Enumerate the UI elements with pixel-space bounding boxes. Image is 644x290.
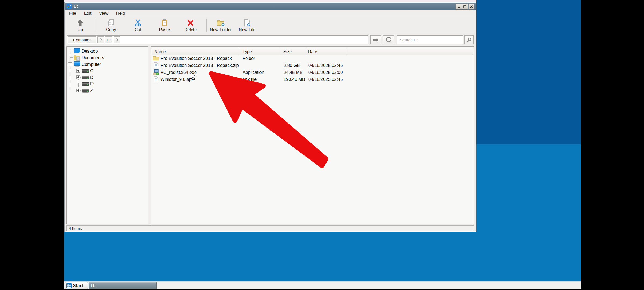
file-size: 2.80 GB xyxy=(281,63,306,68)
file-row[interactable]: VC_redist.x64.exe Application 24.45 MB 0… xyxy=(152,69,473,76)
breadcrumb-chevron[interactable] xyxy=(97,36,104,43)
breadcrumb: Computer D: xyxy=(67,35,368,44)
item-count: 4 Items xyxy=(69,226,82,231)
chevron-right-icon xyxy=(115,38,118,42)
start-label: Start xyxy=(73,283,83,288)
list-rows: Pro Evolution Soccer 2013 - Repack Folde… xyxy=(152,55,473,83)
file-date: 04/16/2025 02:45 xyxy=(306,77,360,82)
new-file-button[interactable]: New File xyxy=(236,18,259,33)
drive-icon xyxy=(82,88,89,93)
window-body: D: File Edit View Help xyxy=(64,2,476,232)
document-icon xyxy=(153,76,159,82)
tree-item-drive-e[interactable]: E: xyxy=(67,81,148,87)
desktop-icon xyxy=(74,48,80,54)
file-name: Winlator_9.0.apk xyxy=(160,77,194,82)
file-name: Pro Evolution Soccer 2013 - Repack.zip xyxy=(160,63,239,68)
folder-icon xyxy=(153,55,159,61)
paste-button[interactable]: Paste xyxy=(154,18,175,33)
file-date: 04/16/2025 03:00 xyxy=(306,70,360,75)
window-title: D: xyxy=(74,4,78,9)
file-size: 24.45 MB xyxy=(281,70,306,75)
folder-tree: Desktop Documents xyxy=(66,46,148,224)
taskbar-window-label: D: xyxy=(91,283,96,288)
file-name: VC_redist.x64.exe xyxy=(160,70,197,75)
toolbar-separator xyxy=(206,19,207,32)
new-folder-button[interactable]: New Folder xyxy=(208,18,233,33)
file-size: 190.40 MB xyxy=(281,77,306,82)
tree-item-computer[interactable]: Computer xyxy=(67,61,148,67)
status-bar: 4 Items xyxy=(66,225,474,231)
copy-icon xyxy=(108,19,115,27)
delete-x-icon xyxy=(187,19,194,27)
collapse-expander[interactable] xyxy=(68,62,72,66)
tree-item-desktop[interactable]: Desktop xyxy=(67,48,148,54)
menu-edit[interactable]: Edit xyxy=(81,10,94,17)
file-row[interactable]: Pro Evolution Soccer 2013 - Repack Folde… xyxy=(152,55,473,62)
go-arrow-icon xyxy=(372,38,379,42)
breadcrumb-drive-d[interactable]: D: xyxy=(105,36,112,43)
column-header-name[interactable]: Name xyxy=(152,49,240,55)
file-name: Pro Evolution Soccer 2013 - Repack xyxy=(160,56,232,61)
tree-item-documents[interactable]: Documents xyxy=(67,54,148,61)
clipboard-icon xyxy=(161,19,168,27)
address-row: Computer D: xyxy=(65,34,476,46)
file-type: Folder xyxy=(240,56,281,61)
breadcrumb-chevron[interactable] xyxy=(114,36,120,43)
go-button[interactable] xyxy=(370,35,381,44)
tree-item-drive-c[interactable]: C: xyxy=(67,67,148,74)
file-date: 04/16/2025 02:46 xyxy=(306,63,360,68)
minimize-button[interactable] xyxy=(456,4,462,9)
taskbar: Start D: xyxy=(64,281,581,289)
menu-file[interactable]: File xyxy=(67,10,79,17)
search-input[interactable] xyxy=(397,35,463,44)
documents-folder-icon xyxy=(74,55,80,61)
search-icon xyxy=(466,37,472,43)
cut-button[interactable]: Cut xyxy=(127,18,149,33)
title-bar[interactable]: D: xyxy=(65,3,476,10)
refresh-icon xyxy=(386,37,391,43)
new-file-icon xyxy=(244,19,251,27)
file-list: Name Type Size Date xyxy=(151,46,474,224)
search-button[interactable] xyxy=(464,35,474,44)
desktop: D: File Edit View Help xyxy=(64,0,581,289)
column-header-size[interactable]: Size xyxy=(281,49,306,55)
file-type: Application xyxy=(240,70,281,75)
chevron-right-icon xyxy=(98,38,102,42)
close-button[interactable] xyxy=(468,4,474,9)
start-button[interactable]: Start xyxy=(65,282,88,289)
toolbar: Up Copy xyxy=(65,17,476,34)
file-row[interactable]: Pro Evolution Soccer 2013 - Repack.zip 2… xyxy=(152,62,473,69)
screen-capture: D: File Edit View Help xyxy=(0,0,644,290)
start-icon xyxy=(66,283,72,288)
breadcrumb-computer[interactable]: Computer xyxy=(68,36,96,43)
tree-item-drive-d[interactable]: D: xyxy=(67,74,148,81)
window-top-edge xyxy=(64,0,476,2)
file-manager-window: D: File Edit View Help xyxy=(64,0,476,232)
refresh-button[interactable] xyxy=(383,35,394,44)
menu-view[interactable]: View xyxy=(96,10,111,17)
app-icon xyxy=(67,4,72,9)
maximize-button[interactable] xyxy=(462,4,468,9)
expand-expander[interactable] xyxy=(76,89,80,92)
installer-icon xyxy=(153,69,159,75)
up-button[interactable]: Up xyxy=(69,18,91,33)
computer-icon xyxy=(74,61,80,67)
list-header: Name Type Size Date xyxy=(152,49,473,55)
column-header-blank xyxy=(346,49,473,55)
expand-expander[interactable] xyxy=(76,69,80,73)
column-header-type[interactable]: Type xyxy=(240,49,281,55)
taskbar-window-d[interactable]: D: xyxy=(89,282,157,289)
column-header-date[interactable]: Date xyxy=(306,49,346,55)
menu-help[interactable]: Help xyxy=(114,10,128,17)
delete-button[interactable]: Delete xyxy=(180,18,201,33)
copy-button[interactable]: Copy xyxy=(100,18,122,33)
drive-icon xyxy=(82,82,89,86)
expand-expander[interactable] xyxy=(76,75,80,79)
scissors-icon xyxy=(134,19,141,27)
tree-item-drive-z[interactable]: Z: xyxy=(67,87,148,94)
new-folder-icon xyxy=(217,19,225,27)
drive-icon xyxy=(82,68,89,73)
up-arrow-icon xyxy=(77,19,84,27)
document-icon xyxy=(153,62,159,68)
file-row[interactable]: Winlator_9.0.apk apk file 190.40 MB 04/1… xyxy=(152,76,473,83)
